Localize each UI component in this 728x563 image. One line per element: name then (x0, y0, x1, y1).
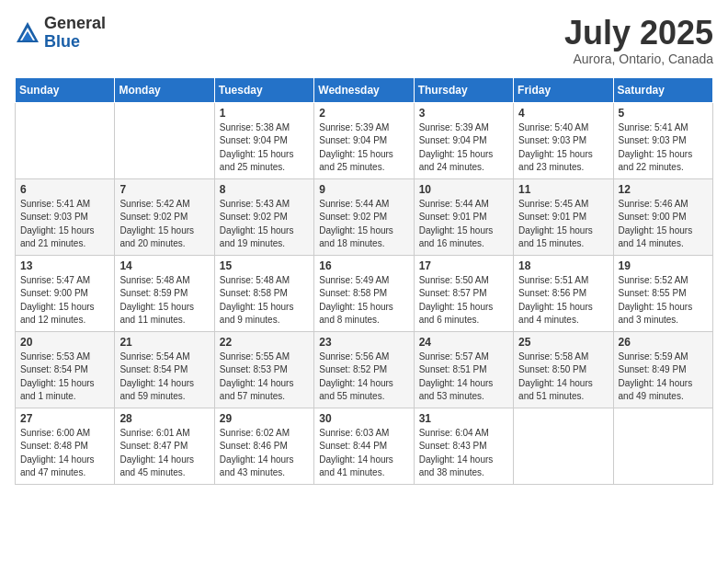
week-row-4: 20Sunrise: 5:53 AMSunset: 8:54 PMDayligh… (16, 331, 713, 408)
calendar-cell: 11Sunrise: 5:45 AMSunset: 9:01 PMDayligh… (514, 178, 613, 255)
header-tuesday: Tuesday (214, 77, 313, 102)
calendar-cell: 18Sunrise: 5:51 AMSunset: 8:56 PMDayligh… (514, 255, 613, 331)
day-info: Sunrise: 5:58 AMSunset: 8:50 PMDaylight:… (518, 350, 608, 404)
calendar-cell: 16Sunrise: 5:49 AMSunset: 8:58 PMDayligh… (314, 255, 414, 331)
day-info: Sunrise: 5:51 AMSunset: 8:56 PMDaylight:… (518, 274, 608, 327)
day-info: Sunrise: 5:41 AMSunset: 9:03 PMDaylight:… (20, 198, 109, 251)
logo-text: General Blue (44, 15, 106, 52)
calendar-table: SundayMondayTuesdayWednesdayThursdayFrid… (15, 77, 713, 485)
calendar-cell: 5Sunrise: 5:41 AMSunset: 9:03 PMDaylight… (613, 102, 712, 178)
calendar-cell (613, 408, 712, 484)
day-number: 17 (419, 259, 508, 272)
calendar-cell: 8Sunrise: 5:43 AMSunset: 9:02 PMDaylight… (214, 178, 313, 255)
day-number: 27 (20, 412, 109, 425)
calendar-cell: 29Sunrise: 6:02 AMSunset: 8:46 PMDayligh… (214, 408, 313, 484)
logo: General Blue (15, 15, 106, 52)
day-info: Sunrise: 5:41 AMSunset: 9:03 PMDaylight:… (619, 121, 708, 175)
day-info: Sunrise: 6:00 AMSunset: 8:48 PMDaylight:… (20, 427, 109, 480)
calendar-cell: 6Sunrise: 5:41 AMSunset: 9:03 PMDaylight… (16, 178, 115, 255)
header-row: SundayMondayTuesdayWednesdayThursdayFrid… (16, 77, 713, 102)
day-number: 26 (619, 336, 708, 349)
calendar-cell: 21Sunrise: 5:54 AMSunset: 8:54 PMDayligh… (115, 331, 214, 408)
header-thursday: Thursday (414, 77, 513, 102)
logo-icon (15, 20, 40, 46)
day-number: 24 (419, 336, 508, 349)
calendar-cell: 26Sunrise: 5:59 AMSunset: 8:49 PMDayligh… (613, 331, 712, 408)
calendar-cell: 3Sunrise: 5:39 AMSunset: 9:04 PMDaylight… (414, 102, 513, 178)
day-number: 18 (518, 259, 608, 272)
page-header: General Blue July 2025 Aurora, Ontario, … (15, 15, 713, 66)
calendar-cell: 9Sunrise: 5:44 AMSunset: 9:02 PMDaylight… (314, 178, 414, 255)
day-number: 31 (419, 412, 508, 425)
day-info: Sunrise: 5:53 AMSunset: 8:54 PMDaylight:… (20, 350, 109, 404)
day-info: Sunrise: 5:40 AMSunset: 9:03 PMDaylight:… (518, 121, 608, 175)
day-info: Sunrise: 6:02 AMSunset: 8:46 PMDaylight:… (220, 427, 309, 480)
day-info: Sunrise: 5:50 AMSunset: 8:57 PMDaylight:… (419, 274, 508, 327)
day-info: Sunrise: 5:55 AMSunset: 8:53 PMDaylight:… (220, 350, 309, 404)
day-info: Sunrise: 5:44 AMSunset: 9:02 PMDaylight:… (319, 198, 408, 251)
calendar-cell: 2Sunrise: 5:39 AMSunset: 9:04 PMDaylight… (314, 102, 414, 178)
header-monday: Monday (115, 77, 214, 102)
calendar-cell: 22Sunrise: 5:55 AMSunset: 8:53 PMDayligh… (214, 331, 313, 408)
day-info: Sunrise: 5:45 AMSunset: 9:01 PMDaylight:… (518, 198, 608, 251)
calendar-cell: 23Sunrise: 5:56 AMSunset: 8:52 PMDayligh… (314, 331, 414, 408)
day-number: 11 (518, 183, 608, 196)
calendar-cell (514, 408, 613, 484)
day-number: 19 (619, 259, 708, 272)
day-number: 30 (319, 412, 408, 425)
calendar-cell: 17Sunrise: 5:50 AMSunset: 8:57 PMDayligh… (414, 255, 513, 331)
header-friday: Friday (514, 77, 613, 102)
day-number: 25 (518, 336, 608, 349)
calendar-cell: 20Sunrise: 5:53 AMSunset: 8:54 PMDayligh… (16, 331, 115, 408)
week-row-2: 6Sunrise: 5:41 AMSunset: 9:03 PMDaylight… (16, 178, 713, 255)
day-info: Sunrise: 5:42 AMSunset: 9:02 PMDaylight:… (119, 198, 209, 251)
day-number: 12 (619, 183, 708, 196)
day-info: Sunrise: 5:48 AMSunset: 8:58 PMDaylight:… (220, 274, 309, 327)
day-number: 2 (319, 107, 408, 120)
day-info: Sunrise: 5:54 AMSunset: 8:54 PMDaylight:… (119, 350, 209, 404)
calendar-cell: 30Sunrise: 6:03 AMSunset: 8:44 PMDayligh… (314, 408, 414, 484)
logo-general-text: General (44, 15, 106, 33)
calendar-cell: 24Sunrise: 5:57 AMSunset: 8:51 PMDayligh… (414, 331, 513, 408)
day-number: 10 (419, 183, 508, 196)
header-wednesday: Wednesday (314, 77, 414, 102)
day-info: Sunrise: 5:56 AMSunset: 8:52 PMDaylight:… (319, 350, 408, 404)
header-saturday: Saturday (613, 77, 712, 102)
logo-blue-text: Blue (44, 33, 106, 52)
day-info: Sunrise: 5:39 AMSunset: 9:04 PMDaylight:… (319, 121, 408, 175)
location-text: Aurora, Ontario, Canada (564, 52, 713, 66)
day-info: Sunrise: 5:59 AMSunset: 8:49 PMDaylight:… (619, 350, 708, 404)
day-info: Sunrise: 5:57 AMSunset: 8:51 PMDaylight:… (419, 350, 508, 404)
day-number: 29 (220, 412, 309, 425)
day-info: Sunrise: 5:46 AMSunset: 9:00 PMDaylight:… (619, 198, 708, 251)
title-block: July 2025 Aurora, Ontario, Canada (564, 15, 713, 66)
day-info: Sunrise: 5:49 AMSunset: 8:58 PMDaylight:… (319, 274, 408, 327)
day-info: Sunrise: 5:39 AMSunset: 9:04 PMDaylight:… (419, 121, 508, 175)
day-number: 28 (119, 412, 209, 425)
day-info: Sunrise: 6:01 AMSunset: 8:47 PMDaylight:… (119, 427, 209, 480)
day-info: Sunrise: 5:43 AMSunset: 9:02 PMDaylight:… (220, 198, 309, 251)
day-number: 14 (119, 259, 209, 272)
calendar-body: 1Sunrise: 5:38 AMSunset: 9:04 PMDaylight… (16, 102, 713, 484)
month-title: July 2025 (564, 15, 713, 52)
calendar-cell: 10Sunrise: 5:44 AMSunset: 9:01 PMDayligh… (414, 178, 513, 255)
calendar-cell: 1Sunrise: 5:38 AMSunset: 9:04 PMDaylight… (214, 102, 313, 178)
calendar-cell: 7Sunrise: 5:42 AMSunset: 9:02 PMDaylight… (115, 178, 214, 255)
calendar-cell: 15Sunrise: 5:48 AMSunset: 8:58 PMDayligh… (214, 255, 313, 331)
day-number: 9 (319, 183, 408, 196)
day-info: Sunrise: 5:52 AMSunset: 8:55 PMDaylight:… (619, 274, 708, 327)
day-number: 15 (220, 259, 309, 272)
calendar-cell: 27Sunrise: 6:00 AMSunset: 8:48 PMDayligh… (16, 408, 115, 484)
calendar-cell: 4Sunrise: 5:40 AMSunset: 9:03 PMDaylight… (514, 102, 613, 178)
day-number: 8 (220, 183, 309, 196)
week-row-3: 13Sunrise: 5:47 AMSunset: 9:00 PMDayligh… (16, 255, 713, 331)
calendar-cell: 13Sunrise: 5:47 AMSunset: 9:00 PMDayligh… (16, 255, 115, 331)
calendar-cell: 19Sunrise: 5:52 AMSunset: 8:55 PMDayligh… (613, 255, 712, 331)
week-row-1: 1Sunrise: 5:38 AMSunset: 9:04 PMDaylight… (16, 102, 713, 178)
calendar-cell: 28Sunrise: 6:01 AMSunset: 8:47 PMDayligh… (115, 408, 214, 484)
day-number: 1 (220, 107, 309, 120)
day-number: 5 (619, 107, 708, 120)
day-number: 23 (319, 336, 408, 349)
day-number: 21 (119, 336, 209, 349)
day-number: 4 (518, 107, 608, 120)
